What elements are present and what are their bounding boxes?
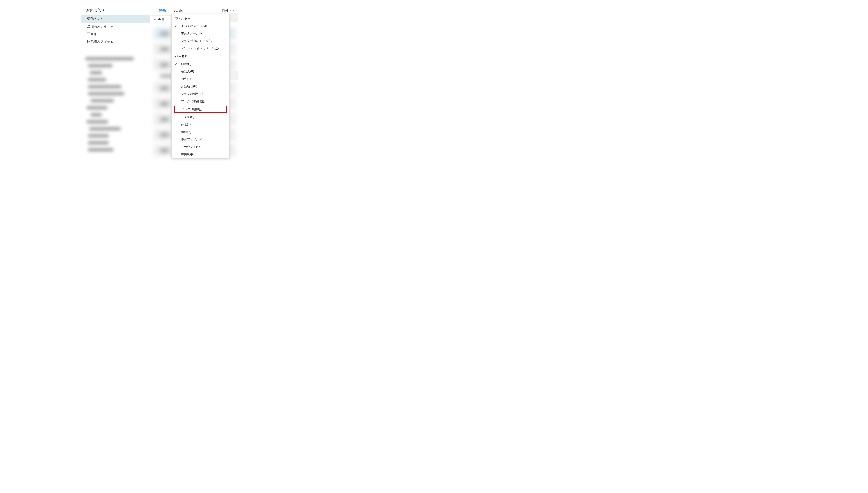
filter-item-suffix: ) (203, 31, 204, 35)
sidebar: ﹀ お気に入り 受信トレイ送信済みアイテム下書き削除済みアイテム (81, 5, 150, 178)
sort-item-label: 重要度( (181, 152, 191, 156)
date-group-label: 今日 (158, 18, 164, 22)
filter-item-label: 未読のメール( (181, 31, 200, 35)
sort-item-1[interactable]: 差出人(F) (172, 68, 229, 76)
tab-focused[interactable]: 優先 (157, 6, 167, 15)
filter-item-0[interactable]: ✓すべてのメール(M) (172, 22, 229, 30)
right-edge (229, 13, 238, 177)
filter-item-2[interactable]: フラグ付きのメール(A) (172, 37, 229, 45)
accelerator-key: E (194, 85, 196, 88)
sort-item-suffix: ) (193, 115, 194, 119)
accelerator-key: T (188, 77, 190, 81)
sort-item-label: 宛先( (181, 77, 188, 81)
sort-item-label: フラグ: 開始日( (181, 100, 202, 103)
sort-item-10[interactable]: 添付ファイル(C) (172, 136, 229, 143)
sort-item-suffix: ) (204, 100, 205, 103)
sort-item-5[interactable]: フラグ: 開始日(G) (172, 98, 229, 105)
sort-section-header: 並べ替え (172, 52, 229, 61)
sort-item-7[interactable]: サイズ(S) (172, 113, 229, 121)
filter-item-suffix: ) (211, 39, 213, 42)
filter-item-1[interactable]: 未読のメール(R) (172, 30, 229, 37)
chevron-down-icon: ﹀ (83, 8, 86, 12)
sort-item-9[interactable]: 種類(Y) (172, 128, 229, 136)
accelerator-key: D (188, 62, 190, 66)
folder-item-3[interactable]: 削除済みアイテム (81, 38, 150, 46)
favorites-header[interactable]: ﹀ お気に入り (81, 5, 150, 15)
sort-item-suffix: ) (190, 130, 191, 134)
sort-item-suffix: ) (196, 85, 197, 88)
sort-item-11[interactable]: アカウント(O) (172, 143, 229, 151)
check-icon: ✓ (175, 24, 177, 27)
sort-item-suffix: ) (193, 70, 194, 73)
accelerator-key: E (216, 46, 218, 50)
filter-section-header: フィルター (172, 14, 229, 22)
folder-item-2[interactable]: 下書き (81, 30, 150, 38)
sort-item-label: 日付( (181, 62, 188, 66)
accelerator-key: O (197, 145, 200, 149)
sort-item-label: サイズ( (181, 115, 191, 119)
sort-item-label: 件名( (181, 123, 188, 126)
filter-item-label: メンションされたメール( (181, 46, 216, 50)
sort-item-label: 種類( (181, 130, 188, 134)
sort-label: 日付 (222, 9, 228, 13)
sort-item-suffix: ) (201, 107, 203, 111)
filter-item-suffix: ) (206, 24, 207, 27)
sort-filter-dropdown: フィルター ✓すべてのメール(M)未読のメール(R)フラグ付きのメール(A)メン… (171, 14, 229, 158)
chevron-down-icon: ﹀ (229, 9, 231, 13)
folder-item-0[interactable]: 受信トレイ (81, 15, 150, 23)
sidebar-divider (82, 48, 149, 48)
filter-item-3[interactable]: メンションされたメール(E) (172, 45, 229, 52)
sort-item-0[interactable]: ✓日付(D) (172, 61, 229, 68)
accelerator-key: R (200, 31, 203, 35)
sort-item-label: 差出人( (181, 70, 191, 73)
sort-item-8[interactable]: 件名(J) (172, 121, 229, 128)
accelerator-key: C (200, 137, 203, 141)
sort-item-label: アカウント( (181, 145, 197, 149)
sort-item-3[interactable]: 分類項目(E) (172, 83, 229, 90)
sort-item-12[interactable]: 重要度(I) (172, 151, 229, 158)
check-icon: ✓ (175, 62, 177, 66)
sort-item-label: 添付ファイル( (181, 137, 200, 141)
accelerator-key: S (191, 115, 193, 119)
accelerator-key: F (191, 70, 193, 73)
folder-list: 受信トレイ送信済みアイテム下書き削除済みアイテム (81, 15, 150, 46)
accelerator-key: M (203, 24, 206, 27)
filter-item-label: フラグ付きのメール( (181, 39, 209, 42)
sort-item-suffix: ) (190, 62, 191, 66)
sort-item-4[interactable]: フラグの状態(L) (172, 90, 229, 98)
accelerator-key: U (199, 107, 201, 111)
sort-item-label: 分類項目( (181, 85, 194, 88)
sort-item-6[interactable]: フラグ: 期限(U) (174, 106, 227, 113)
accelerator-key: Y (188, 130, 190, 134)
accelerator-key: A (209, 39, 211, 42)
accelerator-key: J (188, 123, 190, 126)
sort-item-suffix: ) (200, 145, 201, 149)
collapse-handle-icon[interactable]: ‹ (144, 1, 145, 5)
sort-item-label: フラグの状態( (181, 92, 200, 95)
sort-item-label: フラグ: 期限( (181, 107, 199, 111)
sort-item-suffix: ) (203, 137, 204, 141)
tabs-right: 日付 ﹀ ↑ (222, 9, 236, 13)
sort-item-suffix: ) (192, 152, 193, 156)
sort-dropdown-button[interactable]: 日付 ﹀ (222, 9, 231, 13)
redacted-tree (81, 51, 150, 157)
filter-item-suffix: ) (218, 46, 219, 50)
sort-item-suffix: ) (202, 92, 203, 95)
sort-item-suffix: ) (190, 77, 191, 81)
favorites-label: お気に入り (86, 8, 105, 13)
sort-item-2[interactable]: 宛先(T) (172, 76, 229, 83)
filter-item-label: すべてのメール( (181, 24, 203, 27)
sort-direction-icon[interactable]: ↑ (232, 9, 236, 13)
sort-item-suffix: ) (190, 123, 191, 126)
chevron-down-icon: ﹀ (154, 18, 156, 21)
folder-item-1[interactable]: 送信済みアイテム (81, 23, 150, 30)
accelerator-key: G (202, 100, 204, 103)
